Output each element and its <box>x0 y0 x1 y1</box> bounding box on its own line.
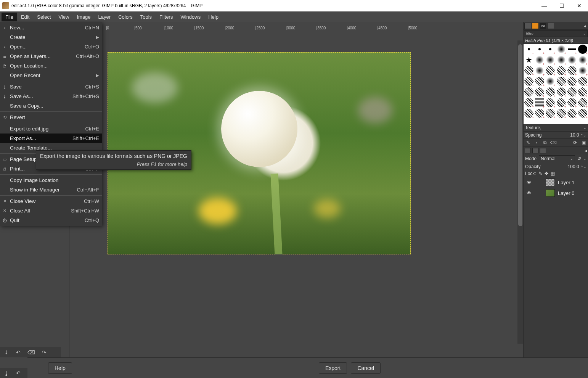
export-button[interactable]: Export <box>319 362 347 374</box>
brush-swatch[interactable] <box>556 97 566 108</box>
brush-swatch[interactable] <box>524 97 534 108</box>
brush-swatch[interactable] <box>524 108 534 119</box>
spacing-row[interactable]: Spacing10.0 ⌃⌄ <box>524 131 588 138</box>
mode-reset-icon[interactable]: ↺ <box>577 156 581 161</box>
tool-icon-2[interactable]: ⭳ <box>4 370 9 376</box>
layer-row[interactable]: 👁Layer 1 <box>524 177 588 188</box>
tab-patterns-icon[interactable] <box>532 23 539 29</box>
file-menu-copy-image-location[interactable]: Copy Image Location <box>0 175 102 185</box>
file-menu-open-recent[interactable]: Open Recent▶ <box>0 71 102 80</box>
tool-icon[interactable]: ⭳ <box>4 349 9 355</box>
brush-swatch[interactable] <box>556 44 566 55</box>
brush-swatch[interactable] <box>524 87 534 97</box>
tab-fonts-icon[interactable]: Aa <box>540 23 546 29</box>
brush-swatch[interactable] <box>567 65 577 76</box>
opacity-row[interactable]: Opacity100.0 ⌃⌄ <box>524 163 588 170</box>
visibility-icon[interactable]: 👁 <box>526 190 532 196</box>
menu-layer[interactable]: Layer <box>95 13 115 21</box>
brush-swatch[interactable] <box>556 65 566 76</box>
brush-swatch[interactable] <box>534 108 545 119</box>
file-menu-create[interactable]: Create▶ <box>0 32 102 42</box>
brush-swatch[interactable] <box>556 55 566 65</box>
cancel-button[interactable]: Cancel <box>351 362 381 374</box>
menu-select[interactable]: Select <box>33 13 55 21</box>
layer-name[interactable]: Layer 1 <box>558 180 574 185</box>
lock-position-icon[interactable]: ✥ <box>545 171 548 176</box>
duplicate-brush-icon[interactable]: ⧉ <box>542 140 548 145</box>
brush-swatch[interactable] <box>577 44 588 55</box>
undo-icon-2[interactable]: ↶ <box>16 370 21 376</box>
brush-swatch[interactable] <box>567 55 577 65</box>
brush-swatch[interactable] <box>524 76 534 87</box>
new-brush-icon[interactable]: ▫ <box>533 140 540 145</box>
file-menu-quit[interactable]: ⏻QuitCtrl+Q <box>0 216 102 225</box>
close-button[interactable]: ✕ <box>570 0 588 11</box>
file-menu-open[interactable]: ▫Open...Ctrl+O <box>0 42 102 51</box>
file-menu-show-in-file-manager[interactable]: Show in File ManagerCtrl+Alt+F <box>0 185 102 195</box>
brush-swatch[interactable] <box>577 76 588 87</box>
layer-row[interactable]: 👁Layer 0 <box>524 188 588 198</box>
lock-pixels-icon[interactable]: ✎ <box>538 171 542 176</box>
tab-history-icon[interactable] <box>547 23 554 29</box>
menu-edit[interactable]: Edit <box>17 13 33 21</box>
brush-swatch[interactable] <box>524 65 534 76</box>
vertical-scrollbar[interactable] <box>517 40 523 344</box>
brush-swatch[interactable] <box>545 87 556 97</box>
help-button[interactable]: Help <box>48 362 72 374</box>
tab-brushes-icon[interactable] <box>524 23 531 29</box>
minimize-button[interactable]: — <box>535 0 553 11</box>
brush-swatch[interactable] <box>556 76 566 87</box>
brush-swatch[interactable] <box>545 44 556 55</box>
brush-swatch[interactable] <box>577 108 588 119</box>
menu-view[interactable]: View <box>55 13 73 21</box>
brush-filter-input[interactable]: filter⌄ <box>524 30 588 37</box>
file-menu-open-as-layers[interactable]: ≣Open as Layers...Ctrl+Alt+O <box>0 51 102 61</box>
brush-swatch[interactable] <box>534 44 545 55</box>
texture-row[interactable]: Texture,⌄ <box>524 124 588 131</box>
menu-help[interactable]: Help <box>204 13 222 21</box>
brush-swatch[interactable] <box>577 87 588 97</box>
tab-channels-icon[interactable] <box>532 148 538 153</box>
brush-swatch[interactable] <box>534 87 545 97</box>
open-as-image-icon[interactable]: ▣ <box>580 140 586 145</box>
tab-layers-icon[interactable] <box>525 148 531 153</box>
file-menu-revert[interactable]: ⟲Revert <box>0 113 102 122</box>
brush-grid[interactable]: ★ <box>524 44 588 124</box>
brush-swatch[interactable] <box>524 44 534 55</box>
delete-icon[interactable]: ⌫ <box>27 349 35 355</box>
file-menu-export-as[interactable]: Export As...Shift+Ctrl+E <box>0 134 102 143</box>
brush-swatch[interactable] <box>567 44 577 55</box>
brush-swatch[interactable] <box>545 97 556 108</box>
brush-swatch[interactable] <box>577 97 588 108</box>
tab-paths-icon[interactable] <box>540 148 546 153</box>
file-menu-save-a-copy[interactable]: Save a Copy... <box>0 101 102 111</box>
menu-file[interactable]: File <box>2 13 17 21</box>
file-menu-new[interactable]: ▫New...Ctrl+N <box>0 23 102 32</box>
visibility-icon[interactable]: 👁 <box>526 180 532 185</box>
menu-filters[interactable]: Filters <box>156 13 177 21</box>
panel-config-icon[interactable]: ◂ <box>583 23 587 29</box>
edit-brush-icon[interactable]: ✎ <box>525 140 531 145</box>
brush-swatch[interactable] <box>534 65 545 76</box>
blend-mode-row[interactable]: Mode Normal⌄ ↺⌄ <box>524 154 588 163</box>
file-menu-open-location[interactable]: ◔Open Location... <box>0 61 102 71</box>
file-menu-export-to-edit-jpg[interactable]: Export to edit.jpgCtrl+E <box>0 124 102 134</box>
lock-alpha-icon[interactable]: ▦ <box>551 171 555 176</box>
brush-swatch[interactable] <box>567 76 577 87</box>
brush-swatch[interactable] <box>567 87 577 97</box>
menu-windows[interactable]: Windows <box>177 13 204 21</box>
layer-name[interactable]: Layer 0 <box>558 190 574 196</box>
delete-brush-icon[interactable]: ⌫ <box>550 140 556 145</box>
brush-swatch[interactable]: ★ <box>524 55 534 65</box>
maximize-button[interactable]: ☐ <box>553 0 570 11</box>
brush-swatch[interactable] <box>534 76 545 87</box>
brush-swatch[interactable] <box>534 97 545 108</box>
brush-swatch[interactable] <box>545 76 556 87</box>
menu-image[interactable]: Image <box>73 13 94 21</box>
brush-swatch[interactable] <box>545 108 556 119</box>
canvas-area[interactable] <box>69 31 523 360</box>
layer-panel-config-icon[interactable]: ◂ <box>585 148 587 153</box>
brush-swatch[interactable] <box>577 55 588 65</box>
refresh-brushes-icon[interactable]: ⟳ <box>572 140 578 145</box>
brush-swatch[interactable] <box>577 65 588 76</box>
